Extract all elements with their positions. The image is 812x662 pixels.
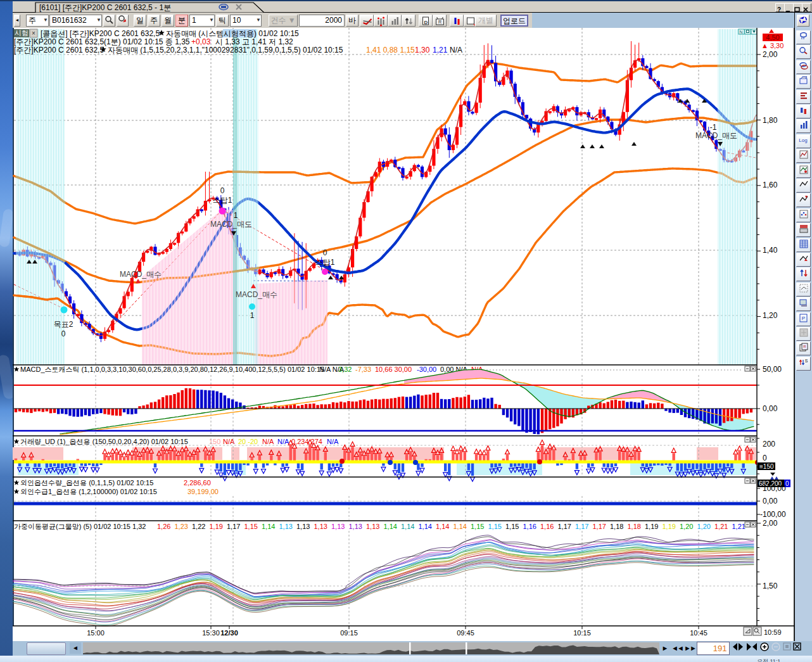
svg-text:1,30: 1,30 (415, 46, 430, 54)
svg-text:0,00: 0,00 (763, 497, 778, 506)
svg-text:+0,03: +0,03 (191, 37, 211, 46)
svg-text:0: 0 (61, 329, 66, 338)
svg-text:1,40: 1,40 (763, 246, 778, 255)
svg-text:자동매매 (1,5,15,20,2,3,1,1,"1000: 자동매매 (1,5,15,20,2,3,1,1,"1000292831",0,1… (108, 46, 343, 54)
svg-text:09:45: 09:45 (457, 629, 474, 637)
svg-text:4,50: 4,50 (766, 34, 779, 41)
svg-text:1: 1 (234, 211, 238, 220)
svg-text:1: 1 (250, 311, 255, 320)
svg-text:자동매매 (시스템: 자동매매 (시스템 (166, 29, 224, 38)
svg-text:R: R (438, 20, 441, 24)
svg-text:1,17: 1,17 (575, 523, 588, 530)
svg-text:-30,00: -30,00 (417, 366, 436, 373)
svg-text:-100,00: -100,00 (760, 510, 786, 519)
svg-text:50,00: 50,00 (763, 365, 782, 374)
svg-text:1,21: 1,21 (433, 46, 448, 54)
svg-text:≡150: ≡150 (759, 463, 774, 470)
svg-text:1,14: 1,14 (401, 523, 414, 530)
svg-text:1,26: 1,26 (157, 523, 170, 530)
svg-text:거래량_UD (1)_옵션용 (150,50,0,20,: 거래량_UD (1)_옵션용 (150,50,0,20,4,20) 01/02 … (20, 438, 188, 445)
svg-text:N/A: N/A (277, 438, 289, 445)
svg-text:15:30: 15:30 (202, 629, 220, 637)
svg-text:N/A: N/A (450, 46, 462, 54)
svg-text:[콜옵션] [주간]KP200 C 2601 632,5: [콜옵션] [주간]KP200 C 2601 632,5 (41, 29, 160, 38)
svg-text:1,16: 1,16 (540, 523, 554, 530)
svg-text:1,17: 1,17 (558, 523, 571, 530)
svg-text:10:15: 10:15 (573, 629, 591, 637)
svg-text:MACD_매도: MACD_매도 (210, 220, 252, 229)
svg-text:1,19: 1,19 (645, 523, 658, 530)
svg-text:2,00: 2,00 (763, 50, 778, 59)
svg-text:1,13: 1,13 (296, 523, 310, 530)
svg-text:시험: 시험 (15, 29, 29, 37)
svg-text:0: 0 (323, 248, 327, 257)
svg-text:1,13: 1,13 (331, 523, 345, 530)
svg-text:100,00: 100,00 (763, 484, 786, 493)
svg-text:1,15: 1,15 (505, 523, 519, 530)
svg-text:1,14: 1,14 (436, 523, 449, 530)
svg-text:1,20: 1,20 (697, 523, 711, 530)
svg-text:10:59: 10:59 (764, 628, 782, 636)
svg-text:09:15: 09:15 (340, 629, 358, 637)
svg-text:1,18: 1,18 (628, 523, 641, 530)
svg-text:1,14: 1,14 (419, 523, 432, 530)
svg-text:1,14: 1,14 (384, 523, 397, 530)
svg-text:[주간]KP200 C 2601 632,5(1분) 01/: [주간]KP200 C 2601 632,5(1분) 01/02 10:15 종… (14, 37, 190, 46)
svg-text:1,41 0,88 1,15: 1,41 0,88 1,15 (366, 46, 415, 54)
svg-text:P: P (801, 315, 804, 321)
svg-text:MACD_매수: MACD_매수 (236, 290, 277, 299)
svg-text:1,20: 1,20 (680, 523, 693, 530)
svg-text:10:45: 10:45 (690, 629, 707, 637)
svg-text:시험적용) 01/02 10:15: 시험적용) 01/02 10:15 (224, 29, 299, 38)
svg-text:D: D (424, 20, 428, 25)
svg-text:?: ? (777, 6, 781, 13)
svg-text:39,199,00: 39,199,00 (187, 488, 219, 495)
svg-text:15:00: 15:00 (87, 629, 105, 637)
svg-text:-7,33: -7,33 (355, 366, 371, 373)
svg-text:0,00: 0,00 (763, 404, 778, 413)
svg-text:1,17: 1,17 (227, 523, 240, 530)
svg-text:0: 0 (785, 480, 789, 487)
svg-text:1,21: 1,21 (714, 523, 728, 530)
svg-text:N: N (739, 30, 742, 34)
svg-text:1,13: 1,13 (366, 523, 379, 530)
svg-text:1,19: 1,19 (210, 523, 223, 530)
svg-text:N/A: N/A (327, 438, 339, 445)
svg-text:1,17: 1,17 (593, 523, 606, 530)
svg-text:1,80: 1,80 (763, 116, 778, 125)
svg-text:1,60: 1,60 (763, 181, 778, 189)
svg-text:1,19: 1,19 (663, 523, 676, 530)
svg-text:1,50: 1,50 (763, 582, 778, 590)
svg-text:20 -20: 20 -20 (238, 438, 258, 445)
svg-text:1,14: 1,14 (454, 523, 467, 530)
svg-text:0: 0 (220, 186, 225, 195)
svg-text:1,16: 1,16 (523, 523, 536, 530)
svg-text:스탑1: 스탑1 (213, 196, 232, 205)
svg-text:1,13: 1,13 (314, 523, 327, 530)
svg-text:▲ 3,30: ▲ 3,30 (761, 42, 783, 49)
svg-text:0,234 274: 0,234 274 (291, 438, 322, 445)
svg-text:R: R (803, 345, 806, 348)
svg-text:[주간]KP200 C 2601 632,5: [주간]KP200 C 2601 632,5 (14, 46, 104, 54)
svg-text:외인옵션수량_옵션용 (0,1,1,5) 01/02 1: 외인옵션수량_옵션용 (0,1,1,5) 01/02 10:15 (20, 479, 153, 487)
svg-text:가중이동평균(그물망) (5) 01/02 10:15: 가중이동평균(그물망) (5) 01/02 10:15 1,32 (14, 523, 146, 530)
svg-text:2,286,60: 2,286,60 (184, 479, 211, 487)
svg-text:스탑1: 스탑1 (315, 258, 335, 267)
svg-text:1,15: 1,15 (244, 523, 258, 530)
svg-text:1,20: 1,20 (763, 311, 778, 320)
svg-text:MACD_매도: MACD_매도 (695, 131, 737, 140)
svg-text:S: S (804, 359, 808, 363)
svg-text:1,13: 1,13 (349, 523, 362, 530)
svg-text:3,32: 3,32 (338, 366, 352, 373)
svg-text:200: 200 (763, 440, 775, 449)
svg-text:2,00: 2,00 (763, 519, 778, 528)
svg-text:1,15: 1,15 (471, 523, 484, 530)
svg-text:1,18: 1,18 (610, 523, 623, 530)
svg-text:0: 0 (763, 454, 767, 462)
svg-text:1,14: 1,14 (262, 523, 275, 530)
svg-text:MACD_스토캐스틱 (1,1,0,0,3,3,10,3: MACD_스토캐스틱 (1,1,0,0,3,3,10,30,60,0,25,28… (20, 366, 324, 373)
svg-text:N/A: N/A (262, 438, 274, 445)
svg-text:1,23: 1,23 (175, 523, 188, 530)
svg-text:외인수급1_옵션용 (1,2,100000) 01/02: 외인수급1_옵션용 (1,2,100000) 01/02 10:15 (20, 488, 157, 495)
svg-text:1,22: 1,22 (192, 523, 205, 530)
